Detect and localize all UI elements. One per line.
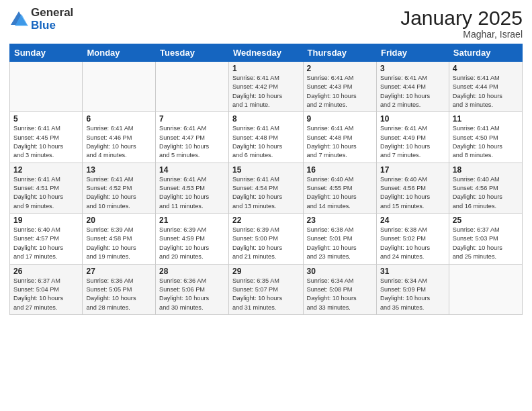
calendar-cell: 5Sunrise: 6:41 AMSunset: 4:45 PMDaylight… [10,112,83,163]
day-number: 28 [159,267,225,276]
day-number: 3 [380,64,445,73]
day-info: Sunrise: 6:41 AMSunset: 4:49 PMDaylight:… [380,124,445,160]
day-info: Sunrise: 6:37 AMSunset: 5:03 PMDaylight:… [453,226,519,261]
header-tuesday: Tuesday [156,44,229,62]
logo-general: General [31,7,73,19]
day-number: 26 [13,267,79,276]
day-number: 30 [307,267,373,276]
day-number: 5 [13,114,79,124]
day-info: Sunrise: 6:38 AMSunset: 5:02 PMDaylight:… [380,226,445,261]
header-friday: Friday [376,44,449,62]
calendar-cell [156,62,229,112]
calendar-cell: 7Sunrise: 6:41 AMSunset: 4:47 PMDaylight… [156,112,229,163]
calendar: Sunday Monday Tuesday Wednesday Thursday… [9,44,523,315]
day-info: Sunrise: 6:41 AMSunset: 4:44 PMDaylight:… [453,74,519,109]
header-monday: Monday [83,44,156,62]
day-info: Sunrise: 6:41 AMSunset: 4:47 PMDaylight:… [159,124,225,160]
calendar-cell: 31Sunrise: 6:34 AMSunset: 5:09 PMDayligh… [376,264,449,314]
day-number: 9 [307,114,373,124]
day-number: 17 [380,165,445,175]
day-info: Sunrise: 6:36 AMSunset: 5:05 PMDaylight:… [86,277,152,312]
day-info: Sunrise: 6:39 AMSunset: 5:00 PMDaylight:… [232,226,300,261]
day-number: 2 [307,64,373,73]
calendar-cell: 22Sunrise: 6:39 AMSunset: 5:00 PMDayligh… [228,214,303,264]
day-info: Sunrise: 6:34 AMSunset: 5:08 PMDaylight:… [307,277,373,312]
calendar-cell: 21Sunrise: 6:39 AMSunset: 4:59 PMDayligh… [156,214,229,264]
header: General Blue January 2025 Maghar, Israel [9,7,523,40]
calendar-cell: 11Sunrise: 6:41 AMSunset: 4:50 PMDayligh… [449,112,522,163]
day-number: 10 [380,114,445,124]
day-info: Sunrise: 6:41 AMSunset: 4:52 PMDaylight:… [86,175,152,211]
day-info: Sunrise: 6:37 AMSunset: 5:04 PMDaylight:… [13,277,79,312]
day-number: 27 [86,267,152,276]
header-sunday: Sunday [10,44,83,62]
calendar-week-1: 1Sunrise: 6:41 AMSunset: 4:42 PMDaylight… [10,62,523,112]
calendar-cell: 20Sunrise: 6:39 AMSunset: 4:58 PMDayligh… [83,214,156,264]
day-info: Sunrise: 6:41 AMSunset: 4:50 PMDaylight:… [453,124,519,160]
calendar-cell: 30Sunrise: 6:34 AMSunset: 5:08 PMDayligh… [303,264,376,314]
day-number: 14 [159,165,225,175]
day-info: Sunrise: 6:41 AMSunset: 4:54 PMDaylight:… [232,175,300,211]
calendar-cell: 17Sunrise: 6:40 AMSunset: 4:56 PMDayligh… [376,163,449,213]
day-info: Sunrise: 6:41 AMSunset: 4:43 PMDaylight:… [307,74,373,109]
calendar-cell: 27Sunrise: 6:36 AMSunset: 5:05 PMDayligh… [83,264,156,314]
day-number: 8 [232,114,300,124]
day-info: Sunrise: 6:40 AMSunset: 4:56 PMDaylight:… [380,175,445,211]
logo-text: General Blue [31,7,73,32]
day-info: Sunrise: 6:41 AMSunset: 4:48 PMDaylight:… [307,124,373,160]
day-number: 18 [453,165,519,175]
day-info: Sunrise: 6:40 AMSunset: 4:56 PMDaylight:… [453,175,519,211]
day-number: 25 [453,216,519,225]
header-wednesday: Wednesday [228,44,303,62]
day-number: 29 [232,267,300,276]
day-number: 12 [13,165,79,175]
day-info: Sunrise: 6:41 AMSunset: 4:44 PMDaylight:… [380,74,445,109]
calendar-cell: 9Sunrise: 6:41 AMSunset: 4:48 PMDaylight… [303,112,376,163]
calendar-cell: 8Sunrise: 6:41 AMSunset: 4:48 PMDaylight… [228,112,303,163]
calendar-cell: 23Sunrise: 6:38 AMSunset: 5:01 PMDayligh… [303,214,376,264]
calendar-cell: 19Sunrise: 6:40 AMSunset: 4:57 PMDayligh… [10,214,83,264]
calendar-cell: 29Sunrise: 6:35 AMSunset: 5:07 PMDayligh… [228,264,303,314]
calendar-cell [449,264,522,314]
subtitle: Maghar, Israel [400,29,523,40]
day-number: 21 [159,216,225,225]
calendar-cell: 15Sunrise: 6:41 AMSunset: 4:54 PMDayligh… [228,163,303,213]
day-info: Sunrise: 6:40 AMSunset: 4:55 PMDaylight:… [307,175,373,211]
calendar-cell: 16Sunrise: 6:40 AMSunset: 4:55 PMDayligh… [303,163,376,213]
calendar-cell: 14Sunrise: 6:41 AMSunset: 4:53 PMDayligh… [156,163,229,213]
day-number: 31 [380,267,445,276]
day-info: Sunrise: 6:41 AMSunset: 4:51 PMDaylight:… [13,175,79,211]
calendar-cell: 12Sunrise: 6:41 AMSunset: 4:51 PMDayligh… [10,163,83,213]
day-info: Sunrise: 6:39 AMSunset: 4:59 PMDaylight:… [159,226,225,261]
day-number: 22 [232,216,300,225]
calendar-cell: 25Sunrise: 6:37 AMSunset: 5:03 PMDayligh… [449,214,522,264]
day-info: Sunrise: 6:41 AMSunset: 4:45 PMDaylight:… [13,124,79,160]
calendar-cell: 13Sunrise: 6:41 AMSunset: 4:52 PMDayligh… [83,163,156,213]
calendar-week-4: 19Sunrise: 6:40 AMSunset: 4:57 PMDayligh… [10,214,523,264]
day-info: Sunrise: 6:41 AMSunset: 4:48 PMDaylight:… [232,124,300,160]
day-info: Sunrise: 6:35 AMSunset: 5:07 PMDaylight:… [232,277,300,312]
day-info: Sunrise: 6:41 AMSunset: 4:42 PMDaylight:… [232,74,300,109]
header-saturday: Saturday [449,44,522,62]
title-block: January 2025 Maghar, Israel [400,7,523,40]
day-number: 13 [86,165,152,175]
calendar-cell: 1Sunrise: 6:41 AMSunset: 4:42 PMDaylight… [228,62,303,112]
calendar-week-2: 5Sunrise: 6:41 AMSunset: 4:45 PMDaylight… [10,112,523,163]
header-thursday: Thursday [303,44,376,62]
calendar-cell: 2Sunrise: 6:41 AMSunset: 4:43 PMDaylight… [303,62,376,112]
logo-blue: Blue [31,19,73,32]
logo: General Blue [9,7,73,32]
calendar-cell: 6Sunrise: 6:41 AMSunset: 4:46 PMDaylight… [83,112,156,163]
calendar-cell: 3Sunrise: 6:41 AMSunset: 4:44 PMDaylight… [376,62,449,112]
calendar-cell [10,62,83,112]
day-number: 1 [232,64,300,73]
day-number: 6 [86,114,152,124]
calendar-cell: 26Sunrise: 6:37 AMSunset: 5:04 PMDayligh… [10,264,83,314]
day-number: 24 [380,216,445,225]
day-info: Sunrise: 6:41 AMSunset: 4:46 PMDaylight:… [86,124,152,160]
calendar-cell: 4Sunrise: 6:41 AMSunset: 4:44 PMDaylight… [449,62,522,112]
calendar-week-3: 12Sunrise: 6:41 AMSunset: 4:51 PMDayligh… [10,163,523,213]
day-info: Sunrise: 6:34 AMSunset: 5:09 PMDaylight:… [380,277,445,312]
day-info: Sunrise: 6:39 AMSunset: 4:58 PMDaylight:… [86,226,152,261]
day-number: 15 [232,165,300,175]
